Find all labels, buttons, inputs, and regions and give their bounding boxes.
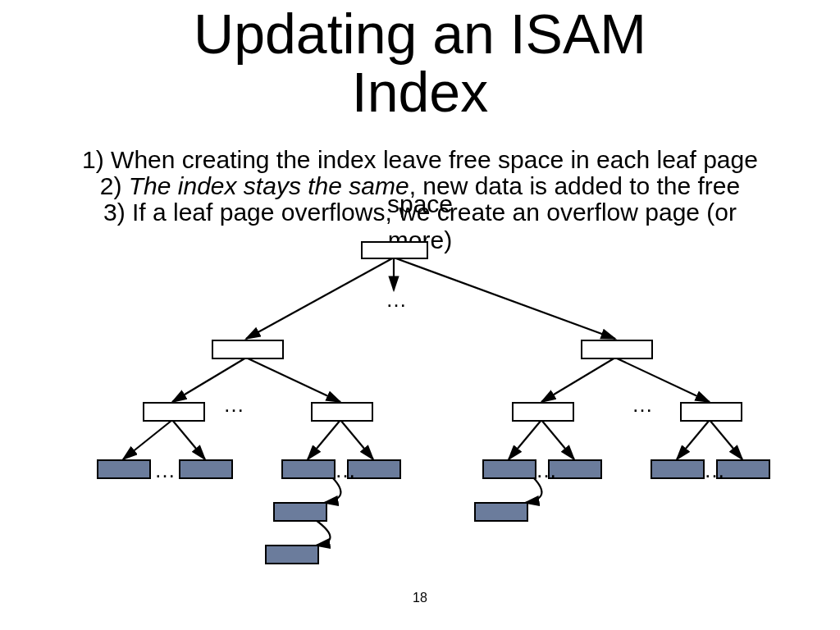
svg-line-2 — [394, 258, 615, 339]
index-node-l2-3 — [512, 402, 574, 422]
overflow-node-2 — [265, 545, 319, 564]
svg-line-12 — [541, 420, 574, 459]
ellipsis-leaves-2: … — [335, 458, 356, 483]
svg-line-0 — [246, 258, 394, 339]
leaf-node-3 — [281, 459, 336, 479]
ellipsis-level1: … — [386, 287, 407, 313]
svg-line-4 — [246, 358, 340, 402]
svg-line-10 — [340, 420, 373, 459]
svg-line-6 — [615, 358, 710, 402]
slide-number: 18 — [0, 591, 840, 605]
leaf-node-1 — [97, 459, 151, 479]
ellipsis-leaves-3: … — [536, 458, 557, 483]
svg-line-11 — [509, 420, 541, 459]
leaf-node-2 — [179, 459, 233, 479]
slide-title: Updating an ISAM Index — [0, 5, 840, 122]
svg-line-7 — [123, 420, 172, 459]
svg-line-8 — [172, 420, 205, 459]
bullet-3-continuation: more) — [0, 226, 840, 254]
index-node-l2-1 — [143, 402, 205, 422]
leaf-node-5 — [482, 459, 536, 479]
ellipsis-level2-right: … — [632, 392, 653, 418]
svg-line-5 — [541, 358, 615, 402]
bullet-2-continuation: space — [0, 190, 840, 218]
ellipsis-level2-left: … — [223, 392, 244, 418]
ellipsis-leaves-4: … — [704, 458, 725, 483]
index-node-l2-2 — [311, 402, 373, 422]
svg-line-13 — [677, 420, 710, 459]
svg-line-9 — [308, 420, 340, 459]
leaf-node-4 — [347, 459, 401, 479]
overflow-node-3 — [474, 502, 528, 522]
ellipsis-leaves-1: … — [154, 458, 176, 483]
svg-line-14 — [710, 420, 742, 459]
index-node-l1-left — [212, 340, 284, 359]
index-node-l1-right — [581, 340, 653, 359]
leaf-node-7 — [651, 459, 705, 479]
index-node-l2-4 — [680, 402, 742, 422]
leaf-node-6 — [548, 459, 602, 479]
bullet-1: 1) When creating the index leave free sp… — [0, 148, 840, 172]
svg-line-3 — [172, 358, 246, 402]
overflow-node-1 — [273, 502, 327, 522]
leaf-node-8 — [716, 459, 770, 479]
